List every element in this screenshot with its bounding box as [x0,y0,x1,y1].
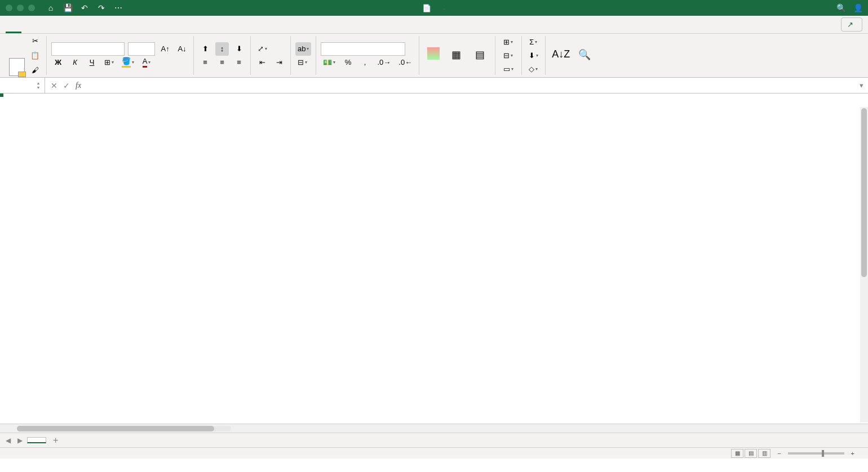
font-name-select[interactable] [51,42,125,56]
accept-formula-button[interactable]: ✓ [63,81,70,90]
save-icon[interactable]: 💾 [63,3,72,12]
zoom-in-button[interactable]: + [851,450,854,457]
align-top-button[interactable]: ⬆ [198,42,212,56]
italic-button[interactable]: К [68,56,82,69]
conditional-format-button[interactable] [424,45,443,66]
clipboard-icon [9,58,25,76]
tab-layout[interactable] [37,16,53,33]
page-break-view-button[interactable]: ▥ [758,449,770,458]
tab-formulas[interactable] [53,16,69,33]
align-middle-button[interactable]: ↕ [215,42,229,56]
ribbon: ✂ 📋 🖌 A↑ A↓ Ж К Ч ⊞▾ 🪣▾ A▾ ⬆ ↕ ⬇ ≡ [0,34,868,78]
window-controls [6,5,35,11]
add-sheet-button[interactable]: + [48,435,63,446]
sort-icon: A↓Z [553,47,568,62]
name-box-up[interactable]: ▲ [36,81,41,86]
fx-icon[interactable]: fx [76,81,81,90]
percent-button[interactable]: % [341,56,355,69]
tab-view[interactable] [100,16,116,33]
fill-handle[interactable] [0,93,3,97]
insert-cells-button[interactable]: ⊞ ▾ [500,35,516,49]
name-box-down[interactable]: ▼ [36,86,41,90]
align-right-button[interactable]: ≡ [232,56,246,69]
maximize-window-button[interactable] [28,5,35,11]
format-as-table-button[interactable]: ▦ [445,45,467,66]
increase-indent-button[interactable]: ⇥ [272,56,286,69]
font-size-select[interactable] [128,42,155,56]
user-icon[interactable]: 👤 [853,3,862,12]
comma-button[interactable]: , [358,56,371,69]
tab-insert[interactable] [21,16,37,33]
tab-home[interactable] [6,16,21,33]
status-bar: ▦ ▤ ▥ − + [0,447,868,458]
clear-button[interactable]: ◇▾ [526,63,540,76]
formula-bar: ▲ ▼ ✕ ✓ fx ▾ [0,78,868,93]
find-icon: 🔍 [577,47,592,62]
orientation-button[interactable]: ⤢▾ [255,42,269,56]
fill-button[interactable]: ⬇▾ [526,49,541,63]
vertical-scrollbar[interactable] [860,107,868,422]
ribbon-tabs: ↗ [0,16,868,34]
sheet-tab[interactable] [27,437,46,443]
name-box[interactable]: ▲ ▼ [0,78,45,93]
wrap-text-button[interactable]: ab▾ [295,42,311,56]
undo-icon[interactable]: ↶ [80,3,89,12]
bold-button[interactable]: Ж [51,56,65,69]
title-dropdown-icon[interactable]: ⌄ [442,6,446,11]
increase-font-button[interactable]: A↑ [158,42,172,56]
decrease-decimal-button[interactable]: .0← [396,56,414,69]
styles-icon: ▤ [472,47,487,62]
sheet-tabs-bar: ◀ ▶ + [0,433,868,447]
expand-formula-bar-icon[interactable]: ▾ [855,81,868,90]
tab-data[interactable] [69,16,85,33]
delete-cells-button[interactable]: ⊟ ▾ [500,49,516,63]
autosum-button[interactable]: Σ▾ [526,35,540,49]
sheet-nav-prev[interactable]: ◀ [3,437,13,444]
align-bottom-button[interactable]: ⬇ [232,42,246,56]
share-button[interactable]: ↗ [841,17,862,32]
increase-decimal-button[interactable]: .0→ [375,56,393,69]
normal-view-button[interactable]: ▦ [731,449,743,458]
paste-button[interactable] [9,58,25,77]
decrease-indent-button[interactable]: ⇤ [255,56,269,69]
more-icon[interactable]: ⋯ [114,3,123,12]
cancel-formula-button[interactable]: ✕ [51,81,57,90]
copy-button[interactable]: 📋 [28,49,42,63]
format-painter-button[interactable]: 🖌 [28,64,42,77]
home-icon[interactable]: ⌂ [46,3,55,12]
search-icon[interactable]: 🔍 [836,3,845,12]
table-icon: ▦ [449,47,463,62]
find-select-button[interactable]: 🔍 [574,45,595,66]
close-window-button[interactable] [6,5,12,11]
share-icon: ↗ [847,20,853,29]
sort-filter-button[interactable]: A↓Z [550,45,572,66]
font-color-button[interactable]: A▾ [140,56,153,69]
align-center-button[interactable]: ≡ [215,56,229,69]
cell-styles-button[interactable]: ▤ [469,45,490,66]
currency-button[interactable]: 💵▾ [321,56,338,69]
doc-icon: 📄 [422,4,431,12]
border-button[interactable]: ⊞▾ [102,56,116,69]
spreadsheet-grid[interactable] [0,93,868,424]
zoom-slider[interactable] [788,452,844,455]
underline-button[interactable]: Ч [85,56,99,69]
number-format-select[interactable] [321,42,405,56]
sheet-nav-next[interactable]: ▶ [15,437,25,444]
zoom-out-button[interactable]: − [777,450,781,457]
cut-button[interactable]: ✂ [28,34,42,48]
align-left-button[interactable]: ≡ [198,56,212,69]
conditional-format-icon [427,47,440,60]
decrease-font-button[interactable]: A↓ [175,42,189,56]
title-bar: ⌂ 💾 ↶ ↷ ⋯ 📄 ⌄ 🔍 👤 [0,0,868,16]
tab-review[interactable] [85,16,100,33]
format-cells-button[interactable]: ▭ ▾ [500,63,517,76]
page-layout-view-button[interactable]: ▤ [745,449,757,458]
horizontal-scrollbar[interactable] [0,424,868,433]
redo-icon[interactable]: ↷ [97,3,106,12]
merge-button[interactable]: ⊟▾ [295,56,309,69]
formula-input[interactable] [87,78,855,93]
minimize-window-button[interactable] [17,5,24,11]
fill-color-button[interactable]: 🪣▾ [119,56,136,69]
